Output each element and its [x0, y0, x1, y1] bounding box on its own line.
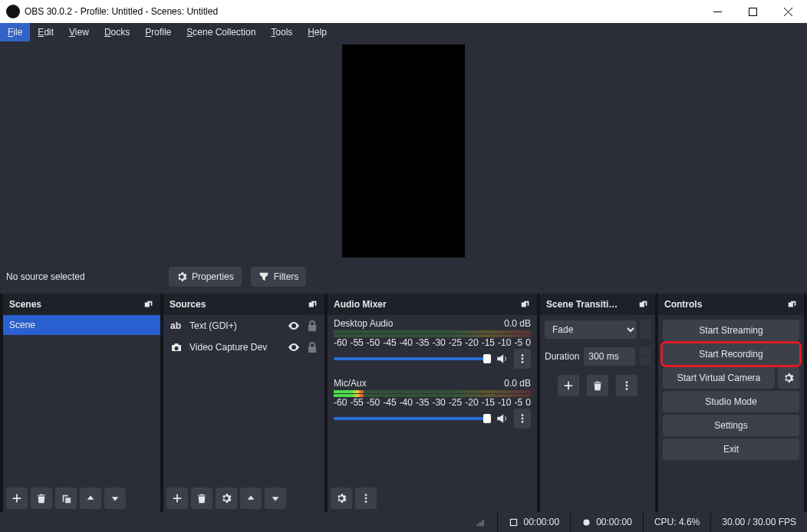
status-bar: 00:00:00 00:00:00 CPU: 4.6% 30.00 / 30.0…: [0, 512, 807, 532]
speaker-icon[interactable]: [496, 352, 509, 366]
settings-button[interactable]: Settings: [663, 415, 799, 436]
transitions-panel: Scene Transiti… Fade Duration: [540, 294, 655, 512]
menu-view[interactable]: View: [61, 23, 97, 41]
menubar: File Edit View Docks Profile Scene Colle…: [0, 23, 807, 41]
plus-icon: [12, 493, 22, 504]
speaker-icon[interactable]: [496, 412, 509, 425]
mixer-title: Audio Mixer: [334, 299, 387, 310]
source-up-button[interactable]: [240, 488, 262, 509]
start-recording-button[interactable]: Start Recording: [663, 343, 799, 365]
popout-icon[interactable]: [308, 299, 318, 310]
transitions-title: Scene Transiti…: [546, 299, 618, 310]
stream-time: 00:00:00: [497, 512, 570, 532]
popout-icon[interactable]: [520, 299, 531, 310]
studio-mode-button[interactable]: Studio Mode: [663, 391, 799, 412]
signal-icon: [476, 517, 486, 527]
channel-name: Desktop Audio: [334, 318, 393, 329]
channel-db: 0.0 dB: [504, 318, 531, 329]
channel-db: 0.0 dB: [504, 378, 531, 389]
filter-icon: [259, 271, 269, 282]
lock-icon[interactable]: [306, 341, 318, 353]
menu-profile[interactable]: Profile: [137, 23, 179, 41]
scenes-title: Scenes: [9, 299, 41, 310]
scene-add-button[interactable]: [6, 488, 28, 509]
source-item-text[interactable]: Text (GDI+): [163, 315, 324, 337]
popout-icon[interactable]: [143, 299, 154, 310]
source-remove-button[interactable]: [191, 488, 212, 509]
network-indicator: [466, 512, 497, 532]
camera-icon: [170, 341, 183, 353]
window-maximize-button[interactable]: [735, 0, 770, 23]
channel-menu-button[interactable]: [514, 349, 531, 369]
menu-help[interactable]: Help: [300, 23, 334, 41]
gear-icon: [176, 271, 187, 282]
sources-list[interactable]: Text (GDI+) Video Capture Dev: [163, 315, 324, 484]
channel-name: Mic/Aux: [334, 378, 367, 389]
lock-icon[interactable]: [306, 320, 318, 332]
start-streaming-button[interactable]: Start Streaming: [663, 320, 799, 341]
no-source-label: No source selected: [6, 271, 160, 282]
scene-item[interactable]: Scene: [3, 315, 160, 335]
duration-input[interactable]: [584, 347, 635, 366]
volume-slider[interactable]: [334, 357, 491, 360]
source-add-button[interactable]: [166, 488, 188, 509]
window-minimize-button[interactable]: [700, 0, 735, 23]
visibility-toggle-icon[interactable]: [288, 341, 300, 353]
scene-down-button[interactable]: [104, 488, 126, 509]
window-titlebar: OBS 30.0.2 - Profile: Untitled - Scenes:…: [0, 0, 807, 23]
source-item-video[interactable]: Video Capture Dev: [163, 337, 324, 358]
preview-area[interactable]: [0, 41, 807, 260]
chevron-up-icon: [85, 493, 96, 504]
filters-button[interactable]: Filters: [251, 267, 307, 287]
menu-scenecoll[interactable]: Scene Collection: [179, 23, 263, 41]
channel-menu-button[interactable]: [514, 409, 531, 429]
obs-logo-icon: [6, 5, 20, 18]
mixer-channel-mic: Mic/Aux 0.0 dB -60-55-50-45-40-35-30-25-…: [328, 375, 537, 435]
gear-icon: [783, 373, 794, 383]
window-close-button[interactable]: [770, 0, 805, 23]
scenes-panel: Scenes Scene: [3, 294, 160, 512]
cpu-status: CPU: 4.6%: [643, 512, 710, 532]
menu-docks[interactable]: Docks: [97, 23, 137, 41]
transition-add-button[interactable]: [558, 375, 579, 396]
record-icon: [581, 517, 591, 527]
scene-filter-button[interactable]: [55, 488, 77, 509]
transition-spin[interactable]: [640, 320, 651, 339]
transition-remove-button[interactable]: [587, 375, 608, 396]
duration-spin[interactable]: [640, 346, 651, 366]
popout-icon[interactable]: [638, 299, 649, 310]
audio-meter: -60-55-50-45-40-35-30-25-20-15-10-50: [334, 390, 531, 406]
svg-rect-9: [749, 8, 756, 15]
popout-icon[interactable]: [787, 299, 798, 310]
sources-panel: Sources Text (GDI+) Video Capture Dev: [163, 294, 324, 512]
mixer-channel-desktop: Desktop Audio 0.0 dB -60-55-50-45-40-35-…: [328, 315, 537, 375]
square-icon: [509, 517, 519, 527]
source-down-button[interactable]: [265, 488, 286, 509]
duration-label: Duration: [545, 351, 579, 362]
audio-meter: -60-55-50-45-40-35-30-25-20-15-10-50: [334, 330, 531, 346]
scene-up-button[interactable]: [80, 488, 101, 509]
source-toolbar: No source selected Properties Filters: [0, 260, 807, 294]
scene-remove-button[interactable]: [31, 488, 52, 509]
properties-button[interactable]: Properties: [169, 267, 242, 287]
source-properties-button[interactable]: [216, 488, 237, 509]
mixer-menu-button[interactable]: [355, 488, 377, 509]
sources-title: Sources: [170, 299, 206, 310]
volume-slider[interactable]: [334, 417, 491, 420]
start-virtual-camera-button[interactable]: Start Virtual Camera: [663, 367, 775, 389]
mixer-settings-button[interactable]: [331, 488, 352, 509]
audio-mixer-panel: Audio Mixer Desktop Audio 0.0 dB -60-55-…: [328, 294, 537, 512]
transition-menu-button[interactable]: [616, 375, 637, 396]
transition-select[interactable]: Fade: [545, 320, 637, 339]
menu-tools[interactable]: Tools: [263, 23, 300, 41]
controls-title: Controls: [664, 299, 702, 310]
menu-file[interactable]: File: [0, 23, 30, 41]
virtual-camera-settings-button[interactable]: [778, 367, 799, 389]
visibility-toggle-icon[interactable]: [288, 320, 300, 332]
dup-icon: [61, 493, 71, 504]
trash-icon: [36, 493, 47, 504]
exit-button[interactable]: Exit: [663, 438, 799, 460]
menu-edit[interactable]: Edit: [30, 23, 61, 41]
scenes-list[interactable]: Scene: [3, 315, 160, 484]
controls-panel: Controls Start Streaming Start Recording…: [658, 294, 804, 512]
